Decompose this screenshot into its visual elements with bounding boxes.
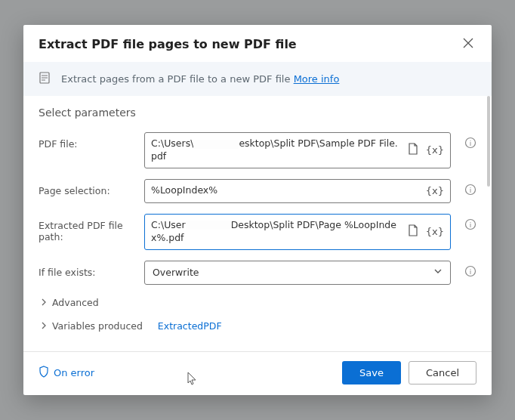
redacted	[193, 140, 239, 149]
svg-text:i: i	[470, 221, 472, 228]
field-pdf-file: PDF file: C:\Users\esktop\Split PDF\Samp…	[39, 132, 476, 168]
file-picker-icon[interactable]	[408, 143, 418, 157]
field-label: Extracted PDF file path:	[39, 214, 137, 242]
chevron-right-icon	[40, 320, 48, 332]
save-button[interactable]: Save	[342, 361, 401, 384]
svg-text:i: i	[470, 140, 472, 147]
pdf-icon	[39, 71, 52, 87]
pdf-file-input[interactable]: C:\Users\esktop\Split PDF\Sample PDF Fil…	[144, 132, 451, 168]
input-value: %LoopIndex%	[151, 184, 420, 197]
help-icon[interactable]: i	[464, 132, 476, 151]
vars-produced-label: Variables produced	[52, 320, 143, 332]
close-icon	[463, 38, 473, 48]
field-extracted-path: Extracted PDF file path: C:\UserDesktop\…	[39, 214, 476, 250]
cancel-button[interactable]: Cancel	[409, 361, 476, 384]
shield-icon	[39, 366, 49, 380]
variable-icon[interactable]: {x}	[426, 185, 444, 196]
variable-icon[interactable]: {x}	[426, 144, 444, 156]
chevron-down-icon	[433, 267, 443, 278]
banner-text: Extract pages from a PDF file to a new P…	[61, 73, 339, 85]
page-selection-input[interactable]: %LoopIndex% {x}	[144, 179, 451, 203]
dialog-title: Extract PDF file pages to new PDF file	[39, 37, 297, 51]
help-icon[interactable]: i	[464, 179, 476, 198]
extracted-path-input[interactable]: C:\UserDesktop\Split PDF\Page %LoopIndex…	[144, 214, 451, 250]
redacted	[186, 221, 231, 230]
scrollbar-thumb[interactable]	[487, 96, 490, 187]
footer-buttons: Save Cancel	[342, 361, 476, 384]
chevron-right-icon	[40, 297, 48, 308]
svg-text:i: i	[470, 186, 472, 193]
extract-pdf-dialog: Extract PDF file pages to new PDF file E…	[23, 25, 492, 395]
close-button[interactable]	[460, 36, 476, 53]
variable-icon[interactable]: {x}	[426, 226, 444, 237]
field-label: If file exists:	[39, 261, 137, 278]
help-icon[interactable]: i	[464, 214, 476, 233]
dialog-body: Select parameters PDF file: C:\Users\esk…	[23, 96, 492, 351]
info-banner: Extract pages from a PDF file to a new P…	[23, 62, 492, 96]
on-error-link[interactable]: On error	[39, 366, 94, 380]
produced-variable-name: ExtractedPDF	[158, 320, 222, 332]
more-info-link[interactable]: More info	[294, 73, 340, 85]
advanced-label: Advanced	[52, 297, 99, 308]
help-icon[interactable]: i	[464, 261, 476, 279]
variables-produced-expander[interactable]: Variables produced ExtractedPDF	[40, 320, 476, 332]
if-exists-select[interactable]: Overwrite	[144, 261, 451, 286]
file-picker-icon[interactable]	[408, 224, 418, 239]
svg-text:i: i	[470, 267, 472, 275]
input-value: C:\Users\esktop\Split PDF\Sample PDF Fil…	[151, 137, 402, 163]
dialog-footer: On error Save Cancel	[23, 351, 492, 395]
field-if-exists: If file exists: Overwrite i	[39, 261, 476, 286]
section-title: Select parameters	[39, 107, 476, 119]
dialog-header: Extract PDF file pages to new PDF file	[23, 25, 492, 62]
field-page-selection: Page selection: %LoopIndex% {x} i	[39, 179, 476, 203]
on-error-label: On error	[54, 367, 94, 378]
field-label: PDF file:	[39, 132, 137, 150]
select-value: Overwrite	[153, 267, 433, 279]
advanced-expander[interactable]: Advanced	[40, 297, 476, 308]
field-label: Page selection:	[39, 179, 137, 196]
input-value: C:\UserDesktop\Split PDF\Page %LoopIndex…	[151, 219, 402, 245]
